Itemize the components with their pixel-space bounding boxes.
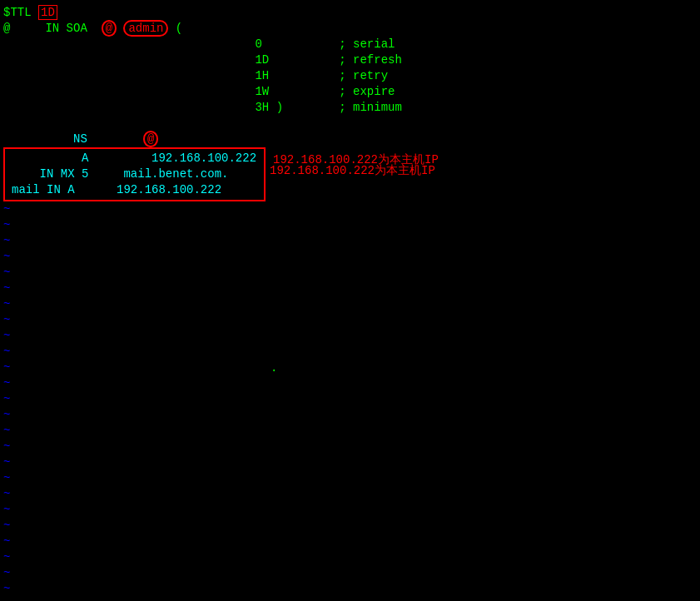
a-indent: A 192.168.100.222 [12, 151, 256, 165]
minimum-comment: ; minimum [339, 101, 402, 114]
tilde-25: ~ [0, 581, 700, 597]
tilde-21: ~ [0, 518, 700, 534]
tilde-24: ~ [0, 565, 700, 581]
line-blank1 [0, 116, 700, 132]
tilde-17: ~ [0, 454, 700, 470]
tilde-5: ~ [0, 265, 700, 281]
tilde-16: ~ [0, 439, 700, 454]
ns-at-circled: @ [143, 131, 158, 147]
tilde-22: ~ [0, 534, 700, 549]
ns-space [87, 132, 143, 146]
refresh-comment: ; refresh [339, 53, 402, 67]
ttl-label: $TTL [3, 6, 38, 19]
line-serial: 0 ; serial [0, 37, 700, 52]
expire-indent: 1W [3, 85, 339, 98]
tilde-19: ~ [0, 486, 700, 502]
retry-comment: ; retry [339, 69, 388, 82]
soa-admin-circled: admin [123, 20, 168, 37]
serial-comment: ; serial [339, 37, 395, 51]
line-minimum: 3H ) ; minimum [0, 100, 700, 116]
tilde-11: ~ [0, 360, 700, 375]
mail-label: mail IN A 192.168.100.222 [12, 183, 221, 196]
tilde-8: ~ [0, 312, 700, 328]
tilde-26: ~ [0, 597, 700, 601]
ttl-value: 1D [38, 5, 57, 20]
line-ns: NS @ [0, 132, 700, 147]
tilde-12: ~ [0, 375, 700, 391]
tilde-7: ~ [0, 296, 700, 312]
tilde-15: ~ [0, 423, 700, 439]
expire-comment: ; expire [339, 85, 395, 98]
tilde-18: ~ [0, 470, 700, 486]
line-refresh: 1D ; refresh [0, 52, 700, 68]
tilde-23: ~ [0, 549, 700, 565]
tilde-20: ~ [0, 502, 700, 518]
line-soa: @ IN SOA @ admin ( [0, 21, 700, 37]
line-a-record: A 192.168.100.222 [8, 151, 261, 166]
tilde-6: ~ [0, 281, 700, 296]
ns-label: NS [3, 132, 87, 146]
mx-in: IN MX 5 mail.benet.com. [12, 167, 228, 181]
tilde-10: ~ [0, 344, 700, 360]
tilde-13: ~ [0, 391, 700, 407]
tilde-3: ~ [0, 233, 700, 249]
tilde-1: ~ [0, 201, 700, 217]
soa-origin-circled: @ [102, 20, 117, 37]
line-mx-record: IN MX 5 mail.benet.com. [8, 166, 261, 182]
tilde-4: ~ [0, 249, 700, 265]
ip-annotation: 192.168.100.222为本主机IP [270, 163, 435, 178]
soa-paren: ( [168, 22, 182, 35]
records-box-inner: A 192.168.100.222 IN MX 5 mail.benet.com… [3, 147, 266, 201]
refresh-indent: 1D [3, 53, 339, 67]
line-ttl: $TTL 1D [0, 5, 700, 21]
line-expire: 1W ; expire [0, 84, 700, 100]
tilde-2: ~ [0, 217, 700, 233]
serial-indent: 0 [3, 37, 339, 51]
minimum-indent: 3H ) [3, 101, 339, 114]
line-mail-record: mail IN A 192.168.100.222 [8, 182, 261, 198]
line-retry: 1H ; retry [0, 68, 700, 84]
records-box: A 192.168.100.222 IN MX 5 mail.benet.com… [3, 147, 266, 201]
retry-indent: 1H [3, 69, 339, 82]
soa-in: IN SOA [10, 22, 101, 35]
tilde-14: ~ [0, 407, 700, 423]
dot-marker: . [271, 361, 277, 375]
editor-area: $TTL 1D @ IN SOA @ admin ( 0 ; serial 1D… [0, 3, 700, 601]
tilde-9: ~ [0, 328, 700, 344]
